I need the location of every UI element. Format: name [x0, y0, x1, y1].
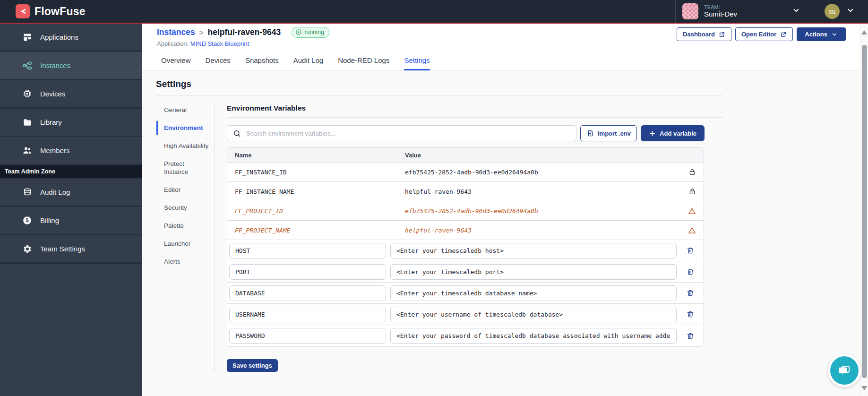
var-value-input[interactable]: [390, 328, 677, 344]
trash-icon[interactable]: [677, 289, 704, 297]
chevron-down-icon: [792, 6, 800, 17]
devices-chip-icon: [22, 89, 32, 99]
trash-icon[interactable]: [677, 247, 704, 254]
external-link-icon: [719, 31, 725, 38]
billing-dollar-icon: $: [22, 215, 32, 225]
subnav-launcher[interactable]: Launcher: [156, 240, 215, 248]
breadcrumb-instances-link[interactable]: Instances: [157, 27, 195, 37]
applications-icon: [22, 32, 32, 42]
tab-settings[interactable]: Settings: [404, 56, 430, 70]
table-row-editable: [227, 240, 704, 261]
title-divider: [156, 95, 723, 96]
search-input[interactable]: [245, 129, 571, 138]
section-title: Environment Variables: [227, 103, 723, 118]
var-name-input[interactable]: [229, 307, 386, 322]
var-value-input[interactable]: [390, 264, 677, 280]
tab-audit-log[interactable]: Audit Log: [293, 56, 323, 70]
save-settings-button[interactable]: Save settings: [227, 359, 278, 372]
var-name-input[interactable]: [229, 285, 386, 301]
sidebar-item-team-settings[interactable]: Team Settings: [0, 235, 142, 264]
breadcrumb-separator: >: [199, 28, 204, 36]
user-menu[interactable]: su: [813, 4, 868, 19]
import-env-button[interactable]: Import .env: [580, 125, 637, 141]
lock-icon: [680, 168, 704, 176]
subnav-general[interactable]: General: [156, 106, 215, 114]
var-name-input[interactable]: [229, 243, 386, 258]
vertical-scrollbar: [860, 24, 868, 396]
sidebar-item-devices[interactable]: Devices: [0, 80, 142, 109]
subnav-editor[interactable]: Editor: [156, 186, 215, 194]
settings-content: Settings General Environment High Availa…: [142, 79, 860, 372]
instance-header: Instances > helpful-raven-9643 running A…: [142, 24, 860, 71]
play-circle-icon: [295, 29, 302, 35]
sidebar-item-applications[interactable]: Applications: [0, 24, 142, 52]
chat-widget-button[interactable]: [828, 354, 861, 387]
scroll-down-arrow[interactable]: [861, 386, 867, 390]
environment-panel: Environment Variables Impo: [215, 103, 723, 372]
library-folder-icon: [22, 117, 32, 127]
var-name-input[interactable]: [229, 328, 386, 344]
tab-snapshots[interactable]: Snapshots: [245, 56, 279, 70]
application-link[interactable]: MIND Stack Blueprint: [190, 40, 249, 47]
breadcrumb-current: helpful-raven-9643: [208, 27, 281, 37]
application-row: Application: MIND Stack Blueprint: [157, 40, 860, 47]
import-file-icon: [586, 129, 594, 137]
subnav-alerts[interactable]: Alerts: [156, 258, 215, 266]
topbar-right: TEAM: Sumit-Dev su: [675, 0, 868, 23]
trash-icon[interactable]: [677, 310, 704, 318]
external-link-icon: [780, 31, 787, 38]
table-row-deprecated: FF_PROJECT_NAME helpful-raven-9643: [227, 221, 704, 240]
add-variable-button[interactable]: Add variable: [641, 125, 705, 141]
home-logo-link[interactable]: FlowFuse: [0, 4, 86, 18]
env-toolbar: Import .env Add variable: [227, 125, 723, 141]
chevron-down-icon: [831, 31, 838, 38]
team-name: Sumit-Dev: [704, 10, 737, 18]
sidebar-item-billing[interactable]: $ Billing: [0, 207, 142, 235]
chevron-down-icon: [846, 6, 855, 17]
instance-tabs: Overview Devices Snapshots Audit Log Nod…: [161, 56, 430, 70]
table-row-editable: [227, 283, 704, 304]
application-label: Application:: [157, 40, 189, 47]
sidebar-item-members[interactable]: Members: [0, 137, 142, 165]
header-buttons: Dashboard Open Editor Actions: [677, 27, 846, 41]
actions-button[interactable]: Actions: [797, 27, 846, 41]
table-row-locked: FF_INSTANCE_ID efb75425-2852-4adb-90d3-e…: [227, 163, 704, 182]
sidebar-item-instances[interactable]: Instances: [0, 52, 142, 80]
tab-node-red-logs[interactable]: Node-RED Logs: [338, 56, 389, 70]
column-name: Name: [227, 152, 397, 159]
table-row-editable: [227, 304, 704, 325]
brand-name: FlowFuse: [34, 5, 86, 18]
var-name-input[interactable]: [229, 264, 386, 280]
subnav-palette[interactable]: Palette: [156, 222, 215, 230]
scrollbar-thumb[interactable]: [862, 45, 867, 378]
table-row-deprecated: FF_PROJECT_ID efb75425-2852-4adb-90d3-ee…: [227, 201, 704, 221]
var-value-input[interactable]: [390, 243, 677, 258]
sidebar-item-audit-log[interactable]: Audit Log: [0, 179, 142, 207]
sidebar-item-library[interactable]: Library: [0, 109, 142, 137]
lock-icon: [680, 188, 704, 195]
team-selector[interactable]: TEAM: Sumit-Dev: [675, 0, 813, 23]
open-editor-button[interactable]: Open Editor: [735, 27, 793, 41]
table-row-locked: FF_INSTANCE_NAME helpful-raven-9643: [227, 182, 704, 201]
trash-icon[interactable]: [677, 268, 704, 275]
tab-devices[interactable]: Devices: [206, 56, 231, 70]
scroll-up-arrow[interactable]: [861, 30, 867, 34]
chat-bubbles-icon: [830, 356, 859, 385]
search-box: [227, 125, 576, 141]
subnav-security[interactable]: Security: [156, 204, 215, 212]
dashboard-button[interactable]: Dashboard: [677, 27, 731, 41]
subnav-environment[interactable]: Environment: [156, 124, 215, 132]
top-header: FlowFuse TEAM: Sumit-Dev su: [0, 0, 868, 24]
table-header: Name Value: [227, 148, 704, 163]
instances-icon: [22, 60, 32, 70]
column-value: Value: [397, 152, 680, 159]
warning-icon: [680, 207, 704, 215]
var-value-input[interactable]: [390, 307, 677, 322]
var-value-input[interactable]: [390, 285, 677, 301]
sidebar-section-team-admin-zone: Team Admin Zone: [0, 165, 142, 179]
tab-overview[interactable]: Overview: [161, 56, 191, 70]
sidebar: Applications Instances Devices Library M…: [0, 24, 142, 396]
subnav-protect-instance[interactable]: Protect Instance: [156, 160, 215, 176]
trash-icon[interactable]: [677, 332, 704, 340]
subnav-high-availability[interactable]: High Availability: [156, 142, 215, 150]
